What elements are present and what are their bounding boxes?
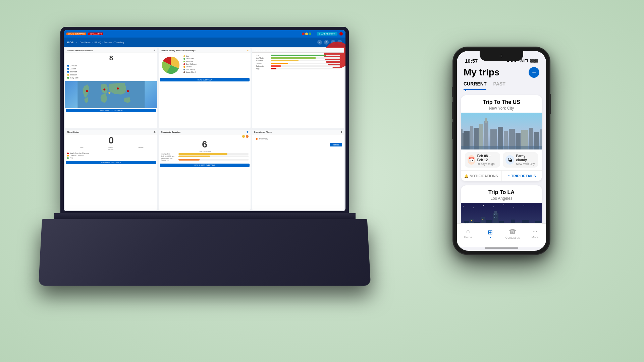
add-trip-button[interactable]: + [529, 67, 539, 78]
svg-rect-10 [470, 126, 473, 149]
nav-contact-label: Contact us [505, 236, 520, 239]
nav-home[interactable]: ⌂ Home [457, 228, 479, 239]
risk-alerts-btn[interactable]: RISK ALERTS OVERVIEW [160, 164, 250, 167]
pie-legend: Low Low/Stable Moderate Just Sufficient … [183, 55, 249, 75]
status-time: 10:57 [465, 58, 478, 64]
alerts-badge: SOS ALERTS [88, 33, 103, 35]
list-item: Npower [67, 74, 155, 76]
svg-rect-54 [494, 217, 495, 218]
svg-point-29 [493, 206, 494, 207]
dates-pill: 📅 Feb 08 – Feb 12 -0 days to go [465, 152, 500, 168]
dates-text: Feb 08 – Feb 12 -0 days to go [477, 154, 497, 166]
svg-rect-52 [494, 215, 495, 215]
trip-card-us[interactable]: Trip To The US New York City [461, 95, 542, 181]
legend-item: Limited [183, 66, 249, 68]
trip-card-la[interactable]: Trip To LA Los Angeles [461, 185, 542, 223]
view-traveler-btn[interactable]: VIEW TRAVELER OVERVIEW [66, 109, 156, 112]
nav-icon-1[interactable]: ≡ [317, 40, 322, 45]
tab-past[interactable]: PAST [493, 81, 505, 90]
flight-alert-icon: ⚠ [154, 131, 155, 133]
list-item: Ascent [67, 68, 155, 70]
laptop-topbar: COVID SUMMARY SOS ALERTS SHARE / EXPORT [64, 30, 345, 38]
contact-icon: ☎ [509, 228, 516, 235]
weather-icon: 🌤 [505, 155, 514, 165]
svg-rect-53 [496, 215, 496, 215]
weather-text: Partly cloudy New York City [516, 154, 535, 166]
compliance-alert-dot [256, 138, 258, 140]
list-item: Nearly Overdue Checkins [67, 152, 155, 154]
svg-rect-46 [481, 217, 485, 223]
list-item: Rapport [67, 71, 155, 73]
nav-contact[interactable]: ☎ Contact us [501, 228, 524, 239]
list-item: Low [254, 54, 342, 57]
svg-rect-42 [471, 220, 472, 221]
trip-title-area: Trip To The US New York City [461, 95, 542, 113]
compliance-items: Trip Privacy [252, 134, 344, 143]
svg-rect-56 [499, 221, 504, 223]
tab-current[interactable]: CURRENT [464, 81, 486, 90]
risk-icon: 👤 [246, 131, 249, 133]
list-icon: ≡ [508, 174, 510, 178]
nav-icon-2[interactable]: ⚙ [324, 40, 329, 45]
list-item: Fine [67, 157, 155, 159]
svg-point-30 [503, 204, 504, 205]
laptop-screen: COVID SUMMARY SOS ALERTS SHARE / EXPORT … [64, 30, 345, 211]
dismiss-btn[interactable]: DISMISS [330, 143, 342, 146]
svg-rect-14 [485, 118, 487, 123]
svg-rect-62 [535, 221, 541, 223]
close-btn[interactable] [339, 32, 343, 36]
trip-title: Trip To The US [466, 99, 537, 105]
svg-point-1 [86, 90, 88, 92]
legend-item: Just Sufficient [183, 63, 249, 65]
panel-country: Country Security Advisory Ratings Low Lo… [252, 48, 344, 128]
alert-dot [246, 135, 249, 138]
svg-point-2 [103, 88, 105, 90]
covid-badge: COVID SUMMARY [66, 33, 86, 35]
traveler-count: 8 [109, 54, 113, 62]
list-item: Travel Safety and Compliance [161, 158, 249, 161]
phone-frame: 10:57 ▲▲▲ WiFi ▓▓▓ My trips + CURRENT [453, 47, 550, 255]
trips-scroll[interactable]: Trip To The US New York City [457, 91, 546, 223]
trip-details-button[interactable]: ≡ TRIP DETAILS [502, 171, 542, 181]
list-item: Low/Stable [254, 57, 342, 59]
battery-icon: ▓▓▓ [530, 59, 538, 63]
trip-city-image-ny [461, 113, 542, 149]
trip-info-row: 📅 Feb 08 – Feb 12 -0 days to go 🌤 Partly… [461, 149, 542, 170]
phone-volume-down-button [452, 122, 453, 139]
panel-risk-header: Risk Alerts Overview 👤 [159, 130, 251, 134]
svg-point-26 [463, 206, 464, 206]
laptop: COVID SUMMARY SOS ALERTS SHARE / EXPORT … [54, 27, 356, 302]
home-icon: ⌂ [466, 228, 470, 235]
panel-compliance: Compliance Alerts ⚙ Trip Privacy DISMISS [252, 130, 344, 210]
legend-item: Moderate [183, 60, 249, 62]
svg-point-3 [117, 87, 119, 89]
list-item: Security Alerts [161, 153, 249, 155]
share-export-btn[interactable]: SHARE / EXPORT [317, 32, 337, 36]
svg-rect-43 [474, 222, 480, 223]
svg-rect-61 [529, 223, 534, 223]
panel-settings-icon[interactable]: ⚙ [154, 49, 155, 52]
bottom-nav: ⌂ Home ⊞ ☎ Contact us ··· More [457, 223, 546, 247]
country-bars: Low Low/Stable Moderate Limited [252, 53, 344, 71]
phone-camera [500, 54, 503, 58]
svg-rect-59 [516, 222, 521, 223]
svg-rect-55 [496, 217, 496, 218]
trip-city: New York City [466, 106, 537, 111]
trip-alerts-btn[interactable]: TRIP ALERTS OVERVIEW [66, 161, 156, 164]
nav-trips[interactable]: ⊞ [479, 229, 502, 238]
flight-labels: Latest NearlyOverdue Overdue [65, 146, 157, 152]
app-title: My trips [464, 67, 499, 78]
phone: 10:57 ▲▲▲ WiFi ▓▓▓ My trips + CURRENT [453, 47, 550, 255]
panel-risk: Risk Alerts Overview 👤 6 Total Alerts Se… [159, 130, 251, 210]
nav-more[interactable]: ··· More [524, 228, 546, 239]
read-overview-btn[interactable]: READ OVERVIEW [160, 78, 250, 81]
legend-item: Lower Slightly [183, 71, 249, 73]
phone-notch [480, 51, 523, 61]
trip-la-title-area: Trip To LA Los Angeles [461, 185, 542, 203]
flight-count: 0 [65, 134, 157, 146]
pie-chart-svg [161, 55, 181, 75]
svg-rect-51 [494, 211, 497, 215]
list-item: Overdue Checkins [67, 155, 155, 157]
notifications-button[interactable]: 🔔 NOTIFICATIONS [461, 171, 502, 181]
laptop-base [39, 219, 371, 286]
